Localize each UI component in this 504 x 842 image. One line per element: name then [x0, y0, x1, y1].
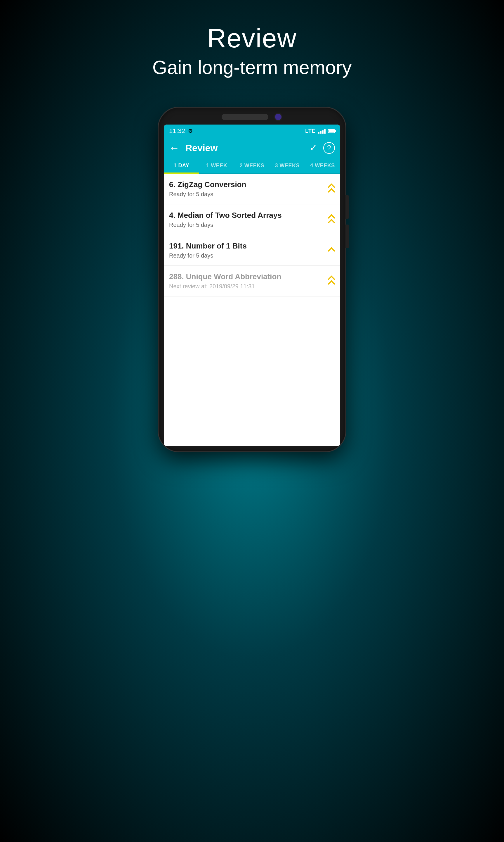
phone-camera — [274, 113, 282, 121]
page-subtitle: Gain long-term memory — [152, 56, 352, 78]
item-text: 288. Unique Word Abbreviation Next revie… — [169, 272, 327, 290]
list-item[interactable]: 4. Median of Two Sorted Arrays Ready for… — [164, 204, 340, 235]
phone-frame: 11:32 ⚙ LTE ← — [159, 108, 345, 451]
page-title: Review — [152, 23, 352, 53]
app-bar-actions: ✓ ? — [309, 142, 335, 154]
app-bar: ← Review ✓ ? — [164, 137, 340, 158]
item-subtitle: Ready for 5 days — [169, 222, 327, 228]
signal-icon — [318, 128, 326, 134]
list-item[interactable]: 191. Number of 1 Bits Ready for 5 days — [164, 235, 340, 266]
item-title: 288. Unique Word Abbreviation — [169, 272, 327, 281]
app-bar-title: Review — [185, 143, 309, 154]
status-time: 11:32 — [169, 127, 185, 135]
page-header: Review Gain long-term memory — [152, 23, 352, 78]
gear-icon: ⚙ — [188, 128, 193, 134]
chevron-double-icon — [327, 185, 335, 193]
tab-2weeks[interactable]: 2 WEEKS — [234, 158, 270, 173]
item-title: 6. ZigZag Conversion — [169, 180, 327, 189]
phone-screen: 11:32 ⚙ LTE ← — [164, 124, 340, 446]
status-bar: 11:32 ⚙ LTE — [164, 124, 340, 137]
chevron-double-icon — [327, 215, 335, 224]
battery-icon — [328, 129, 335, 133]
review-list: 6. ZigZag Conversion Ready for 5 days 4.… — [164, 174, 340, 296]
list-item[interactable]: 6. ZigZag Conversion Ready for 5 days — [164, 174, 340, 204]
list-item[interactable]: 288. Unique Word Abbreviation Next revie… — [164, 266, 340, 296]
tab-4weeks[interactable]: 4 WEEKS — [305, 158, 340, 173]
network-label: LTE — [305, 128, 316, 134]
phone-top — [164, 113, 340, 121]
item-subtitle: Ready for 5 days — [169, 252, 327, 259]
item-title: 4. Median of Two Sorted Arrays — [169, 211, 327, 220]
tabs-bar: 1 DAY 1 WEEK 2 WEEKS 3 WEEKS 4 WEEKS — [164, 158, 340, 174]
tab-3weeks[interactable]: 3 WEEKS — [270, 158, 305, 173]
item-subtitle: Next review at: 2019/09/29 11:31 — [169, 283, 327, 290]
volume-down-button[interactable] — [345, 225, 349, 248]
status-icons: LTE — [305, 128, 335, 134]
help-icon[interactable]: ? — [323, 142, 335, 154]
item-title: 191. Number of 1 Bits — [169, 241, 327, 251]
item-text: 6. ZigZag Conversion Ready for 5 days — [169, 180, 327, 197]
check-icon[interactable]: ✓ — [309, 142, 318, 154]
tab-1week[interactable]: 1 WEEK — [199, 158, 234, 173]
phone-body: 11:32 ⚙ LTE ← — [159, 108, 345, 451]
item-text: 191. Number of 1 Bits Ready for 5 days — [169, 241, 327, 259]
tab-1day[interactable]: 1 DAY — [164, 158, 199, 173]
phone-speaker — [222, 114, 268, 120]
back-button[interactable]: ← — [169, 143, 180, 153]
chevron-double-icon — [327, 277, 335, 285]
item-subtitle: Ready for 5 days — [169, 191, 327, 197]
item-text: 4. Median of Two Sorted Arrays Ready for… — [169, 211, 327, 228]
chevron-single-icon — [327, 248, 335, 252]
volume-up-button[interactable] — [345, 195, 349, 219]
empty-content — [164, 296, 340, 413]
